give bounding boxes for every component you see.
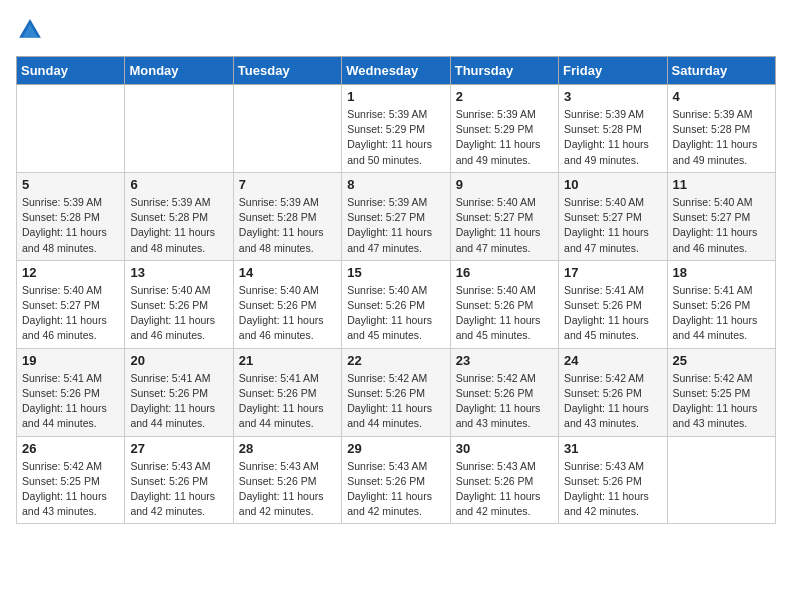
calendar-cell: 31Sunrise: 5:43 AM Sunset: 5:26 PM Dayli… (559, 436, 667, 524)
day-info: Sunrise: 5:40 AM Sunset: 5:26 PM Dayligh… (456, 283, 553, 344)
header-friday: Friday (559, 57, 667, 85)
calendar-table: SundayMondayTuesdayWednesdayThursdayFrid… (16, 56, 776, 524)
calendar-week-row: 19Sunrise: 5:41 AM Sunset: 5:26 PM Dayli… (17, 348, 776, 436)
day-number: 5 (22, 177, 119, 192)
calendar-cell: 12Sunrise: 5:40 AM Sunset: 5:27 PM Dayli… (17, 260, 125, 348)
day-info: Sunrise: 5:40 AM Sunset: 5:27 PM Dayligh… (456, 195, 553, 256)
day-info: Sunrise: 5:42 AM Sunset: 5:25 PM Dayligh… (22, 459, 119, 520)
calendar-cell: 21Sunrise: 5:41 AM Sunset: 5:26 PM Dayli… (233, 348, 341, 436)
day-number: 25 (673, 353, 770, 368)
calendar-cell (667, 436, 775, 524)
calendar-cell (17, 85, 125, 173)
calendar-cell: 13Sunrise: 5:40 AM Sunset: 5:26 PM Dayli… (125, 260, 233, 348)
day-info: Sunrise: 5:43 AM Sunset: 5:26 PM Dayligh… (347, 459, 444, 520)
calendar-cell: 29Sunrise: 5:43 AM Sunset: 5:26 PM Dayli… (342, 436, 450, 524)
day-info: Sunrise: 5:41 AM Sunset: 5:26 PM Dayligh… (22, 371, 119, 432)
day-info: Sunrise: 5:41 AM Sunset: 5:26 PM Dayligh… (564, 283, 661, 344)
day-number: 28 (239, 441, 336, 456)
header-wednesday: Wednesday (342, 57, 450, 85)
day-number: 15 (347, 265, 444, 280)
calendar-cell: 26Sunrise: 5:42 AM Sunset: 5:25 PM Dayli… (17, 436, 125, 524)
logo-icon (16, 16, 44, 44)
day-number: 1 (347, 89, 444, 104)
day-info: Sunrise: 5:42 AM Sunset: 5:25 PM Dayligh… (673, 371, 770, 432)
day-number: 27 (130, 441, 227, 456)
day-info: Sunrise: 5:40 AM Sunset: 5:27 PM Dayligh… (22, 283, 119, 344)
day-info: Sunrise: 5:39 AM Sunset: 5:28 PM Dayligh… (673, 107, 770, 168)
day-number: 29 (347, 441, 444, 456)
day-number: 17 (564, 265, 661, 280)
calendar-cell: 30Sunrise: 5:43 AM Sunset: 5:26 PM Dayli… (450, 436, 558, 524)
calendar-header-row: SundayMondayTuesdayWednesdayThursdayFrid… (17, 57, 776, 85)
day-number: 21 (239, 353, 336, 368)
day-number: 24 (564, 353, 661, 368)
day-number: 19 (22, 353, 119, 368)
header-sunday: Sunday (17, 57, 125, 85)
calendar-cell: 24Sunrise: 5:42 AM Sunset: 5:26 PM Dayli… (559, 348, 667, 436)
day-number: 11 (673, 177, 770, 192)
day-info: Sunrise: 5:41 AM Sunset: 5:26 PM Dayligh… (239, 371, 336, 432)
day-info: Sunrise: 5:40 AM Sunset: 5:27 PM Dayligh… (564, 195, 661, 256)
day-number: 13 (130, 265, 227, 280)
calendar-cell: 9Sunrise: 5:40 AM Sunset: 5:27 PM Daylig… (450, 172, 558, 260)
day-info: Sunrise: 5:43 AM Sunset: 5:26 PM Dayligh… (130, 459, 227, 520)
logo (16, 16, 48, 44)
day-info: Sunrise: 5:43 AM Sunset: 5:26 PM Dayligh… (239, 459, 336, 520)
calendar-week-row: 26Sunrise: 5:42 AM Sunset: 5:25 PM Dayli… (17, 436, 776, 524)
calendar-cell (233, 85, 341, 173)
day-info: Sunrise: 5:42 AM Sunset: 5:26 PM Dayligh… (347, 371, 444, 432)
day-number: 4 (673, 89, 770, 104)
day-number: 22 (347, 353, 444, 368)
day-number: 23 (456, 353, 553, 368)
day-info: Sunrise: 5:42 AM Sunset: 5:26 PM Dayligh… (564, 371, 661, 432)
page-header (16, 16, 776, 44)
day-info: Sunrise: 5:40 AM Sunset: 5:26 PM Dayligh… (130, 283, 227, 344)
day-number: 20 (130, 353, 227, 368)
header-thursday: Thursday (450, 57, 558, 85)
day-info: Sunrise: 5:39 AM Sunset: 5:29 PM Dayligh… (347, 107, 444, 168)
day-number: 26 (22, 441, 119, 456)
calendar-cell: 14Sunrise: 5:40 AM Sunset: 5:26 PM Dayli… (233, 260, 341, 348)
day-info: Sunrise: 5:41 AM Sunset: 5:26 PM Dayligh… (673, 283, 770, 344)
calendar-cell: 19Sunrise: 5:41 AM Sunset: 5:26 PM Dayli… (17, 348, 125, 436)
day-number: 31 (564, 441, 661, 456)
calendar-cell (125, 85, 233, 173)
calendar-cell: 27Sunrise: 5:43 AM Sunset: 5:26 PM Dayli… (125, 436, 233, 524)
day-info: Sunrise: 5:39 AM Sunset: 5:27 PM Dayligh… (347, 195, 444, 256)
calendar-cell: 4Sunrise: 5:39 AM Sunset: 5:28 PM Daylig… (667, 85, 775, 173)
day-info: Sunrise: 5:43 AM Sunset: 5:26 PM Dayligh… (564, 459, 661, 520)
day-info: Sunrise: 5:39 AM Sunset: 5:28 PM Dayligh… (22, 195, 119, 256)
calendar-cell: 17Sunrise: 5:41 AM Sunset: 5:26 PM Dayli… (559, 260, 667, 348)
day-number: 16 (456, 265, 553, 280)
calendar-cell: 3Sunrise: 5:39 AM Sunset: 5:28 PM Daylig… (559, 85, 667, 173)
header-tuesday: Tuesday (233, 57, 341, 85)
day-number: 18 (673, 265, 770, 280)
calendar-cell: 23Sunrise: 5:42 AM Sunset: 5:26 PM Dayli… (450, 348, 558, 436)
calendar-week-row: 5Sunrise: 5:39 AM Sunset: 5:28 PM Daylig… (17, 172, 776, 260)
calendar-cell: 7Sunrise: 5:39 AM Sunset: 5:28 PM Daylig… (233, 172, 341, 260)
calendar-cell: 20Sunrise: 5:41 AM Sunset: 5:26 PM Dayli… (125, 348, 233, 436)
day-info: Sunrise: 5:39 AM Sunset: 5:28 PM Dayligh… (239, 195, 336, 256)
calendar-cell: 6Sunrise: 5:39 AM Sunset: 5:28 PM Daylig… (125, 172, 233, 260)
calendar-week-row: 1Sunrise: 5:39 AM Sunset: 5:29 PM Daylig… (17, 85, 776, 173)
day-number: 2 (456, 89, 553, 104)
day-info: Sunrise: 5:42 AM Sunset: 5:26 PM Dayligh… (456, 371, 553, 432)
day-info: Sunrise: 5:41 AM Sunset: 5:26 PM Dayligh… (130, 371, 227, 432)
calendar-cell: 28Sunrise: 5:43 AM Sunset: 5:26 PM Dayli… (233, 436, 341, 524)
header-saturday: Saturday (667, 57, 775, 85)
calendar-cell: 22Sunrise: 5:42 AM Sunset: 5:26 PM Dayli… (342, 348, 450, 436)
calendar-cell: 15Sunrise: 5:40 AM Sunset: 5:26 PM Dayli… (342, 260, 450, 348)
calendar-cell: 5Sunrise: 5:39 AM Sunset: 5:28 PM Daylig… (17, 172, 125, 260)
day-number: 14 (239, 265, 336, 280)
calendar-cell: 11Sunrise: 5:40 AM Sunset: 5:27 PM Dayli… (667, 172, 775, 260)
day-info: Sunrise: 5:39 AM Sunset: 5:28 PM Dayligh… (130, 195, 227, 256)
day-info: Sunrise: 5:39 AM Sunset: 5:29 PM Dayligh… (456, 107, 553, 168)
day-number: 10 (564, 177, 661, 192)
day-info: Sunrise: 5:39 AM Sunset: 5:28 PM Dayligh… (564, 107, 661, 168)
calendar-cell: 10Sunrise: 5:40 AM Sunset: 5:27 PM Dayli… (559, 172, 667, 260)
calendar-cell: 2Sunrise: 5:39 AM Sunset: 5:29 PM Daylig… (450, 85, 558, 173)
day-info: Sunrise: 5:40 AM Sunset: 5:26 PM Dayligh… (239, 283, 336, 344)
day-info: Sunrise: 5:40 AM Sunset: 5:26 PM Dayligh… (347, 283, 444, 344)
day-number: 30 (456, 441, 553, 456)
header-monday: Monday (125, 57, 233, 85)
